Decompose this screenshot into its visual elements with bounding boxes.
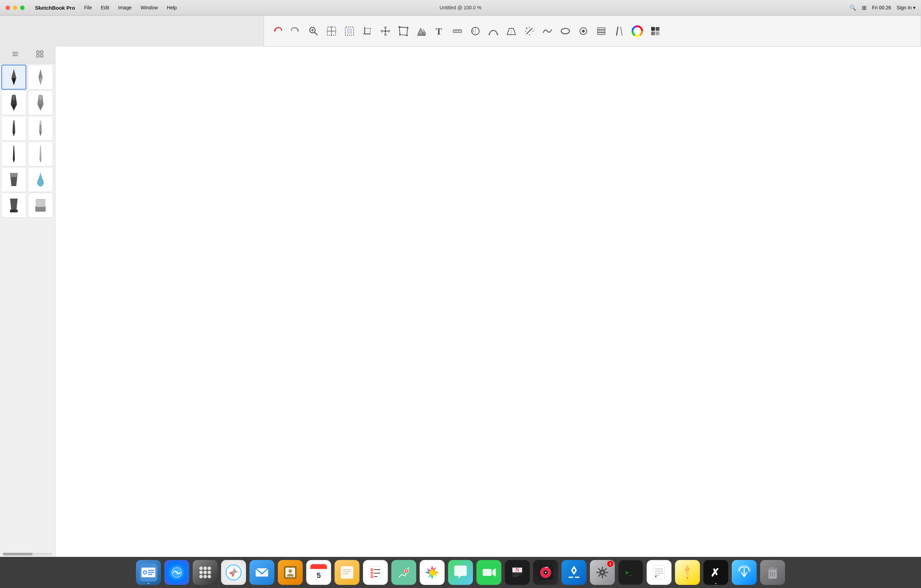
dock-item-photos[interactable] [420, 560, 444, 585]
dock-item-textedit[interactable] [647, 560, 672, 585]
redo-button[interactable] [288, 23, 303, 39]
ruler-button[interactable] [449, 23, 465, 39]
dock-item-contacts[interactable] [278, 560, 303, 585]
control-center-icon[interactable]: ⊞ [862, 5, 866, 11]
brush-item-2[interactable] [28, 65, 53, 89]
brush-item-9[interactable] [2, 167, 26, 192]
brush-item-3[interactable] [2, 90, 26, 115]
svg-rect-182 [767, 568, 778, 570]
pencils-button[interactable] [611, 23, 627, 39]
fill-button[interactable] [413, 23, 430, 39]
dock-item-finder[interactable] [136, 560, 161, 585]
svg-line-29 [423, 29, 424, 32]
svg-point-26 [406, 34, 408, 36]
dock-item-launchpad[interactable] [193, 560, 218, 585]
svg-point-24 [399, 26, 400, 28]
brush-item-10[interactable] [28, 167, 53, 192]
dock-item-pencil[interactable] [675, 560, 700, 585]
brush-item-4[interactable] [28, 90, 53, 115]
minimize-button[interactable] [13, 5, 17, 10]
symmetry-button[interactable] [467, 23, 483, 39]
crop-button[interactable] [360, 23, 375, 39]
dock-item-terminal[interactable]: >_ [618, 560, 643, 585]
spotlight-icon[interactable]: 🔍 [849, 5, 856, 11]
magic-wand-button[interactable] [521, 23, 537, 39]
distort-button[interactable] [395, 23, 412, 39]
ellipse-button[interactable] [557, 23, 573, 39]
brush-item-8[interactable] [28, 141, 53, 166]
svg-rect-60 [656, 27, 659, 31]
layers-button[interactable] [593, 23, 609, 39]
curve-button[interactable] [485, 23, 501, 39]
dock-item-notes[interactable] [335, 560, 360, 585]
dock-item-sketchbook[interactable]: ✗ [703, 560, 728, 585]
dock-item-airdrop[interactable] [732, 560, 757, 585]
svg-point-41 [497, 34, 498, 35]
brush-item-5[interactable] [2, 116, 26, 141]
dock-item-facetime[interactable] [477, 560, 501, 585]
svg-rect-67 [41, 51, 43, 53]
menu-help[interactable]: Help [165, 4, 178, 11]
brush-item-6[interactable] [28, 116, 53, 141]
select-rect-button[interactable] [324, 23, 339, 39]
brush-grid-view-button[interactable] [36, 50, 44, 60]
brush-item-7[interactable] [2, 141, 26, 166]
dock-item-music[interactable] [533, 560, 558, 585]
dock-item-siri[interactable] [164, 560, 189, 585]
main-area [0, 47, 921, 557]
svg-point-110 [208, 571, 211, 574]
close-button[interactable] [5, 5, 10, 10]
perspective-button[interactable] [503, 23, 519, 39]
svg-rect-55 [597, 32, 605, 34]
stamp-button[interactable] [575, 23, 591, 39]
app-name[interactable]: SketchBook Pro [35, 5, 75, 11]
dock-item-messages[interactable] [448, 560, 473, 585]
svg-point-113 [208, 575, 211, 578]
menu-edit[interactable]: Edit [99, 4, 111, 11]
dock-item-maps[interactable] [391, 560, 416, 585]
svg-line-164 [605, 575, 606, 576]
menu-window[interactable]: Window [139, 4, 159, 11]
brush-item-12[interactable] [28, 193, 53, 218]
color-wheel-button[interactable] [629, 23, 645, 39]
toolbar-wrapper: T [0, 16, 921, 47]
dock-item-safari[interactable] [221, 560, 246, 585]
sign-in-button[interactable]: Sign In ▾ [897, 5, 916, 10]
svg-point-158 [601, 572, 604, 573]
text-button[interactable]: T [431, 23, 447, 39]
svg-point-49 [526, 28, 527, 29]
brush-item-1[interactable] [2, 65, 26, 89]
svg-point-27 [399, 34, 401, 35]
dock-item-mail[interactable] [249, 560, 274, 585]
svg-marker-86 [39, 132, 42, 136]
dock-item-sysprefs[interactable]: 1 [590, 560, 615, 585]
zoom-button[interactable] [306, 23, 321, 39]
dock-item-reminders[interactable] [363, 560, 388, 585]
svg-rect-128 [341, 566, 353, 579]
select-lasso-button[interactable] [342, 23, 357, 39]
brush-list-view-button[interactable] [11, 50, 20, 60]
maximize-button[interactable] [20, 5, 24, 10]
smooth-button[interactable] [539, 23, 555, 39]
svg-point-108 [199, 571, 203, 574]
dock-item-calendar[interactable]: 5 [306, 560, 331, 585]
svg-rect-94 [10, 210, 18, 212]
undo-button[interactable] [270, 23, 285, 39]
svg-rect-68 [37, 55, 39, 57]
menu-image[interactable]: Image [117, 4, 133, 11]
svg-rect-96 [36, 199, 45, 207]
transform-button[interactable] [378, 23, 394, 39]
toolbar: T [264, 16, 921, 47]
svg-point-17 [381, 30, 383, 32]
canvas-area[interactable] [55, 47, 921, 557]
dock-item-news[interactable]: N [505, 560, 530, 585]
swatches-button[interactable] [647, 23, 663, 39]
brush-item-11[interactable] [2, 193, 26, 218]
brush-panel-scrollbar[interactable] [3, 553, 52, 556]
menu-file[interactable]: File [83, 4, 93, 11]
dock-item-trash[interactable] [760, 560, 785, 585]
dock-item-appstore[interactable] [561, 560, 586, 585]
svg-text:T: T [436, 26, 442, 37]
svg-point-15 [385, 27, 386, 28]
svg-line-165 [605, 569, 606, 570]
